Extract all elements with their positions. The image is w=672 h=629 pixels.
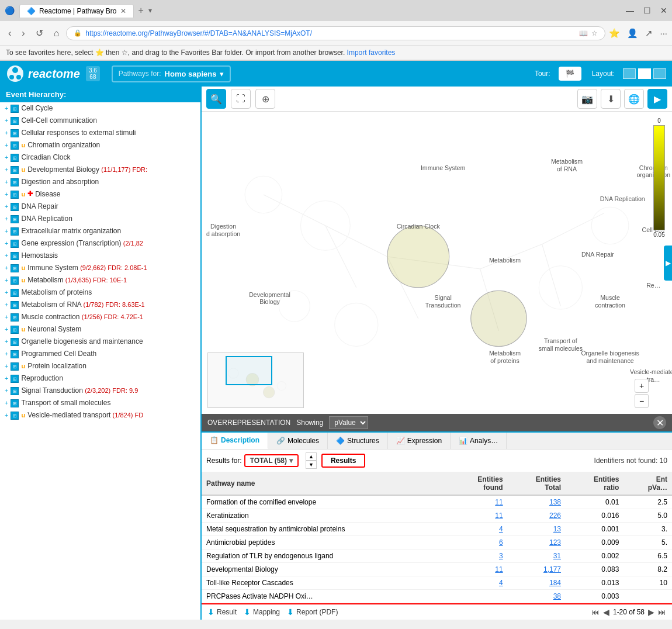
sidebar-item-hemostasis[interactable]: + ⊞ Hemostasis: [0, 250, 200, 262]
back-button[interactable]: ‹: [5, 27, 15, 40]
table-row[interactable]: Toll-like Receptor Cascades 4 184 0.013 …: [202, 576, 672, 590]
sidebar-item-neuronal[interactable]: + ⊞ u Neuronal System: [0, 323, 200, 336]
entities-found-cell[interactable]: [449, 590, 507, 603]
search-button[interactable]: 🔍: [206, 89, 226, 109]
sidebar-item-cell-cycle[interactable]: + ⊞ Cell Cycle: [0, 102, 200, 115]
panel-collapse-button[interactable]: ▶: [664, 246, 672, 281]
star-icon[interactable]: ☆: [591, 29, 598, 37]
pathway-name-cell[interactable]: Toll-like Receptor Cascades: [202, 576, 449, 590]
result-download-button[interactable]: ⬇ Result: [207, 607, 237, 617]
sidebar-item-metabolism-proteins[interactable]: + ⊞ Metabolism of proteins: [0, 286, 200, 299]
share-button[interactable]: 🌐: [624, 89, 644, 109]
tab-analysis[interactable]: 📊 Analys…: [451, 433, 507, 449]
sidebar-item-metabolism[interactable]: + ⊞ u Metabolism (1/3,635) FDR: 10E-1: [0, 274, 200, 286]
report-download-button[interactable]: ⬇ Report (PDF): [287, 607, 338, 617]
last-page-button[interactable]: ⏭: [658, 607, 666, 617]
entities-total-cell[interactable]: 226: [508, 509, 566, 523]
active-tab[interactable]: 🔷 Reactome | Pathway Bro ✕: [19, 4, 134, 18]
tab-expression[interactable]: 📈 Expression: [388, 433, 451, 449]
sidebar-item-protein-local[interactable]: + ⊞ u Protein localization: [0, 360, 200, 372]
overrep-close-button[interactable]: ✕: [653, 416, 666, 429]
table-row[interactable]: PRCPases Activate NADPH Oxi… 38 0.003: [202, 590, 672, 603]
first-page-button[interactable]: ⏮: [591, 607, 600, 617]
overview-button[interactable]: ⊕: [255, 89, 275, 109]
import-favorites-link[interactable]: Import favorites: [347, 49, 396, 57]
entities-found-cell[interactable]: 4: [449, 523, 507, 536]
layout-option-1[interactable]: [623, 68, 636, 79]
settings-icon[interactable]: ···: [660, 28, 667, 39]
sidebar-scroll[interactable]: + ⊞ Cell Cycle + ⊞ Cell-Cell communicati…: [0, 102, 200, 421]
table-row[interactable]: Developmental Biology 11 1,177 0.083 8.2: [202, 563, 672, 576]
entities-found-cell[interactable]: 11: [449, 509, 507, 523]
minimize-button[interactable]: —: [626, 6, 634, 15]
entities-found-cell[interactable]: 4: [449, 576, 507, 590]
sidebar-item-vesicle[interactable]: + ⊞ u Vesicle-mediated transport (1/824)…: [0, 409, 200, 421]
tour-button[interactable]: 🏁: [559, 67, 581, 81]
minimap-viewport[interactable]: [226, 356, 272, 385]
pathway-name-cell[interactable]: Antimicrobial peptides: [202, 536, 449, 549]
share-icon[interactable]: ↗: [645, 28, 653, 39]
layout-option-2[interactable]: [638, 68, 651, 79]
sidebar-item-circadian[interactable]: + ⊞ Circadian Clock: [0, 151, 200, 164]
table-row[interactable]: Regulation of TLR by endogenous ligand 3…: [202, 549, 672, 563]
table-row[interactable]: Keratinization 11 226 0.016 5.0: [202, 509, 672, 523]
results-table-container[interactable]: Pathway name Entitiesfound EntitiesTotal…: [202, 472, 672, 603]
entities-total-cell[interactable]: 123: [508, 536, 566, 549]
entities-found-cell[interactable]: 11: [449, 495, 507, 509]
entities-total-cell[interactable]: 1,177: [508, 563, 566, 576]
collections-icon[interactable]: ⭐: [609, 28, 620, 39]
maximize-button[interactable]: ☐: [643, 6, 651, 15]
pvalue-select[interactable]: pValue FDR: [329, 416, 368, 429]
sidebar-item-signal[interactable]: + ⊞ Signal Transduction (2/3,202) FDR: 9…: [0, 385, 200, 397]
home-button[interactable]: ⌂: [50, 27, 63, 40]
sidebar-item-immune[interactable]: + ⊞ u Immune System (9/2,662) FDR: 2.08E…: [0, 262, 200, 274]
table-row[interactable]: Antimicrobial peptides 6 123 0.009 5.: [202, 536, 672, 549]
sidebar-item-muscle[interactable]: + ⊞ Muscle contraction (1/256) FDR: 4.72…: [0, 311, 200, 323]
badge-dropdown[interactable]: ▾: [289, 457, 293, 465]
tab-close[interactable]: ✕: [120, 7, 126, 15]
results-button[interactable]: Results: [321, 454, 365, 468]
pathway-name-cell[interactable]: Metal sequestration by antimicrobial pro…: [202, 523, 449, 536]
sidebar-item-digestion[interactable]: + ⊞ Digestion and absorption: [0, 176, 200, 188]
results-nav-up[interactable]: ▲: [306, 452, 317, 461]
entities-found-cell[interactable]: 3: [449, 549, 507, 563]
refresh-button[interactable]: ↺: [32, 26, 47, 40]
entities-found-cell[interactable]: 11: [449, 563, 507, 576]
sidebar-item-metabolism-rna[interactable]: + ⊞ Metabolism of RNA (1/782) FDR: 8.63E…: [0, 299, 200, 311]
next-page-button[interactable]: ▶: [648, 607, 654, 617]
pathway-name-cell[interactable]: Developmental Biology: [202, 563, 449, 576]
sidebar-item-dna-replication[interactable]: + ⊞ DNA Replication: [0, 213, 200, 225]
download-button[interactable]: ⬇: [601, 89, 621, 109]
pathway-selector[interactable]: Pathways for: Homo sapiens ▾: [112, 65, 231, 82]
sidebar-item-disease[interactable]: + ⊞ u ✚ Disease: [0, 188, 200, 201]
results-badge[interactable]: TOTAL (58) ▾: [244, 454, 299, 467]
zoom-out-button[interactable]: −: [635, 394, 649, 408]
pathway-name-cell[interactable]: PRCPases Activate NADPH Oxi…: [202, 590, 449, 603]
tab-description[interactable]: 📋 Description: [202, 433, 268, 449]
entities-total-cell[interactable]: 38: [508, 590, 566, 603]
sidebar-item-ecm[interactable]: + ⊞ Extracellular matrix organization: [0, 225, 200, 237]
sidebar-item-gene-expr[interactable]: + ⊞ Gene expression (Transcription) (2/1…: [0, 237, 200, 250]
sidebar-item-organelle[interactable]: + ⊞ Organelle biogenesis and maintenance: [0, 336, 200, 348]
table-row[interactable]: Formation of the cornified envelope 11 1…: [202, 495, 672, 509]
fit-button[interactable]: ⛶: [231, 89, 251, 109]
entities-total-cell[interactable]: 31: [508, 549, 566, 563]
sidebar-item-reproduction[interactable]: + ⊞ Reproduction: [0, 372, 200, 385]
tab-molecules[interactable]: 🔗 Molecules: [268, 433, 328, 449]
zoom-in-button[interactable]: +: [635, 379, 649, 393]
forward-button[interactable]: ›: [18, 27, 28, 40]
prev-page-button[interactable]: ◀: [603, 607, 609, 617]
pathway-name-cell[interactable]: Regulation of TLR by endogenous ligand: [202, 549, 449, 563]
entities-total-cell[interactable]: 138: [508, 495, 566, 509]
panel-toggle-button[interactable]: ▶: [647, 89, 667, 109]
sidebar-item-transport[interactable]: + ⊞ Transport of small molecules: [0, 397, 200, 409]
tab-structures[interactable]: 🔷 Structures: [328, 433, 388, 449]
mapping-download-button[interactable]: ⬇ Mapping: [244, 607, 280, 617]
sidebar-item-cell-comm[interactable]: + ⊞ Cell-Cell communication: [0, 115, 200, 127]
pathway-name-cell[interactable]: Formation of the cornified envelope: [202, 495, 449, 509]
sidebar-item-programmed-death[interactable]: + ⊞ Programmed Cell Death: [0, 348, 200, 360]
entities-total-cell[interactable]: 13: [508, 523, 566, 536]
profile-icon[interactable]: 👤: [627, 28, 638, 39]
sidebar-item-dna-repair[interactable]: + ⊞ DNA Repair: [0, 201, 200, 213]
entities-total-cell[interactable]: 184: [508, 576, 566, 590]
